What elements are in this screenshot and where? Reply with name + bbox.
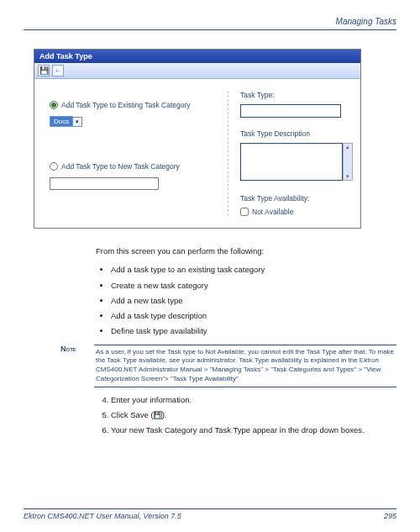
form-body: Add Task Type to Existing Task Category … <box>34 79 360 228</box>
bullet-list: Add a task type to an existing task cate… <box>96 264 396 337</box>
save-icon: 💾 <box>154 411 162 419</box>
radio-new-input[interactable] <box>50 162 58 171</box>
left-column: Add Task Type to Existing Task Category … <box>41 91 228 216</box>
body-prose: From this screen you can perform the fol… <box>96 245 396 338</box>
availability-row[interactable]: Not Available <box>240 208 354 216</box>
list-item: Your new Task Category and Task Type app… <box>111 424 396 436</box>
list-item: Click Save (💾). <box>111 409 396 421</box>
save-icon[interactable]: 💾 <box>38 65 50 76</box>
step5-text-a: Click Save ( <box>111 410 154 419</box>
note-block: Note As a user, if you set the Task type… <box>60 345 396 387</box>
task-type-label: Task Type: <box>240 91 354 99</box>
list-item: Add a task type to an existing task cate… <box>111 264 396 276</box>
task-type-desc-wrap: ▴ ▾ <box>240 143 353 181</box>
radio-existing-input[interactable] <box>50 101 58 109</box>
scroll-down-icon[interactable]: ▾ <box>346 173 349 180</box>
list-item: Add a task type description <box>111 310 396 322</box>
add-task-type-window: Add Task Type 💾 ← Add Task Type to Exist… <box>34 49 361 229</box>
list-item: Define task type availability <box>111 325 396 337</box>
page-number: 295 <box>384 512 396 520</box>
scrollbar[interactable]: ▴ ▾ <box>343 143 353 181</box>
chevron-down-icon[interactable]: ▾ <box>73 117 82 127</box>
page-footer: Ektron CMS400.NET User Manual, Version 7… <box>24 508 396 520</box>
radio-existing-category[interactable]: Add Task Type to Existing Task Category <box>50 101 221 109</box>
radio-new-label: Add Task Type to New Task Category <box>61 162 180 171</box>
task-type-input[interactable] <box>240 104 341 118</box>
radio-new-category[interactable]: Add Task Type to New Task Category <box>50 162 221 171</box>
list-item: Create a new task category <box>111 280 396 292</box>
ordered-steps: Enter your information. Click Save (💾). … <box>96 394 396 437</box>
intro-text: From this screen you can perform the fol… <box>96 245 396 257</box>
list-item: Add a new task type <box>111 295 396 307</box>
availability-label: Task Type Availability: <box>240 194 354 203</box>
right-column: Task Type: Task Type Description ▴ ▾ Tas… <box>228 91 354 216</box>
steps-list: Enter your information. Click Save (💾). … <box>96 394 396 437</box>
back-icon[interactable]: ← <box>52 65 64 76</box>
section-title: Managing Tasks <box>24 17 396 26</box>
new-category-input[interactable] <box>50 177 159 190</box>
category-dropdown[interactable]: Docs ▾ <box>50 116 82 127</box>
not-available-checkbox[interactable] <box>240 208 249 216</box>
category-dropdown-selected: Docs <box>50 116 73 127</box>
radio-existing-label: Add Task Type to Existing Task Category <box>61 101 191 109</box>
toolbar: 💾 ← <box>34 63 360 79</box>
footer-rule <box>24 508 396 509</box>
task-type-desc-input[interactable] <box>240 143 343 181</box>
not-available-label: Not Available <box>252 208 293 216</box>
window-title: Add Task Type <box>34 50 360 63</box>
header-rule <box>24 29 396 30</box>
note-label: Note <box>60 345 94 387</box>
note-body: As a user, if you set the Task type to N… <box>94 345 396 387</box>
list-item: Enter your information. <box>111 394 396 406</box>
task-type-desc-label: Task Type Description <box>240 129 354 138</box>
step5-text-b: ). <box>162 410 167 419</box>
scroll-up-icon[interactable]: ▴ <box>346 144 349 150</box>
footer-left: Ektron CMS400.NET User Manual, Version 7… <box>24 512 181 520</box>
